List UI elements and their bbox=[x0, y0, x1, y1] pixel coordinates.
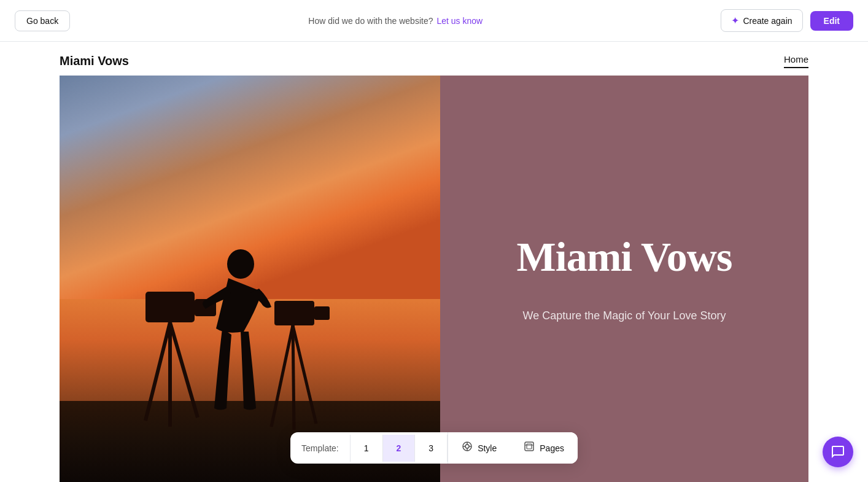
topbar-center: How did we do with the website? Let us k… bbox=[308, 16, 482, 26]
svg-rect-17 bbox=[525, 442, 533, 451]
site-title: Miami Vows bbox=[60, 54, 129, 68]
feedback-link[interactable]: Let us know bbox=[436, 16, 482, 26]
pages-icon bbox=[524, 441, 535, 455]
template-3-button[interactable]: 3 bbox=[415, 435, 448, 462]
svg-rect-6 bbox=[274, 301, 314, 325]
topbar: Go back How did we do with the website? … bbox=[0, 0, 868, 42]
chat-bubble-button[interactable] bbox=[823, 437, 853, 467]
site-navigation: Miami Vows Home bbox=[60, 42, 808, 76]
overlay-subtitle: We Capture the Magic of Your Love Story bbox=[523, 309, 726, 322]
sparkle-icon: ✦ bbox=[731, 15, 739, 26]
style-icon bbox=[462, 441, 473, 455]
feedback-text: How did we do with the website? bbox=[308, 16, 433, 26]
bottom-toolbar: Template: 1 2 3 Style bbox=[290, 432, 578, 464]
preview-container: Miami Vows We Capture the Magic of Your … bbox=[60, 76, 808, 482]
template-2-button[interactable]: 2 bbox=[383, 435, 416, 462]
svg-rect-18 bbox=[527, 444, 532, 449]
style-label: Style bbox=[478, 443, 497, 453]
silhouette-container bbox=[109, 206, 342, 451]
topbar-right: ✦ Create again Edit bbox=[721, 9, 853, 32]
videographer-silhouette bbox=[109, 206, 342, 451]
svg-rect-0 bbox=[145, 292, 195, 322]
style-button[interactable]: Style bbox=[448, 432, 510, 464]
nav-links: Home bbox=[784, 54, 808, 68]
svg-line-4 bbox=[170, 322, 198, 418]
svg-line-10 bbox=[293, 325, 316, 424]
svg-line-9 bbox=[293, 325, 294, 430]
template-label: Template: bbox=[290, 435, 351, 462]
overlay-site-title: Miami Vows bbox=[517, 235, 732, 279]
preview-overlay: Miami Vows We Capture the Magic of Your … bbox=[440, 76, 808, 482]
svg-line-2 bbox=[145, 322, 170, 421]
create-again-label: Create again bbox=[743, 16, 792, 26]
create-again-button[interactable]: ✦ Create again bbox=[721, 9, 802, 32]
pages-button[interactable]: Pages bbox=[510, 432, 578, 464]
template-1-button[interactable]: 1 bbox=[351, 435, 383, 462]
nav-link-home[interactable]: Home bbox=[784, 54, 808, 68]
topbar-left: Go back bbox=[15, 10, 70, 31]
svg-line-8 bbox=[271, 325, 293, 427]
pages-label: Pages bbox=[540, 443, 564, 453]
svg-point-5 bbox=[227, 249, 254, 279]
edit-button[interactable]: Edit bbox=[810, 11, 853, 31]
chat-icon bbox=[831, 445, 845, 459]
svg-rect-7 bbox=[314, 306, 330, 320]
go-back-button[interactable]: Go back bbox=[15, 10, 70, 31]
content-area: Miami Vows Home bbox=[0, 42, 868, 482]
svg-point-12 bbox=[465, 445, 469, 448]
